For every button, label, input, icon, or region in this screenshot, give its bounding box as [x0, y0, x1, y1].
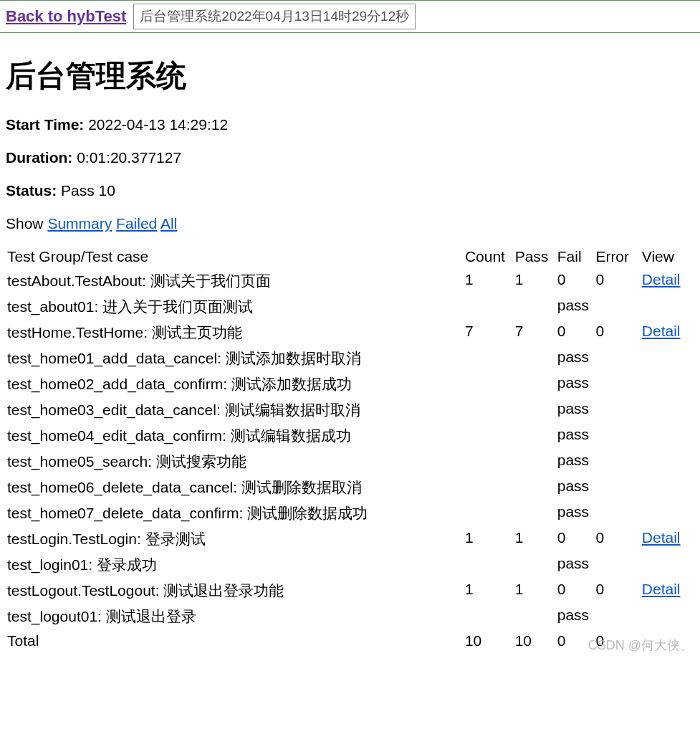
- cell-view: [641, 371, 694, 397]
- table-row: test_about01: 进入关于我们页面测试pass: [6, 294, 694, 320]
- cell-view: Detail: [641, 268, 694, 294]
- duration-label: Duration:: [6, 149, 72, 166]
- cell-pass: 1: [514, 268, 556, 294]
- table-row: test_home01_add_data_cancel: 测试添加数据时取消pa…: [6, 346, 694, 371]
- cell-view: [641, 397, 694, 423]
- cell-result: pass: [556, 500, 641, 526]
- col-header-name: Test Group/Test case: [6, 245, 464, 268]
- cell-pass: [514, 449, 556, 475]
- table-row: test_home05_search: 测试搜索功能pass: [6, 449, 694, 475]
- filter-all[interactable]: All: [160, 215, 177, 232]
- cell-view: [641, 475, 694, 500]
- cell-name: test_home06_delete_data_cancel: 测试删除数据取消: [6, 475, 464, 500]
- cell-view: Detail: [641, 578, 694, 604]
- cell-pass: 7: [514, 320, 556, 346]
- cell-pass: 1: [514, 526, 556, 552]
- detail-link[interactable]: Detail: [642, 271, 681, 287]
- watermark: CSDN @何大侠、: [588, 637, 693, 654]
- cell-result: pass: [556, 371, 641, 397]
- duration: Duration: 0:01:20.377127: [6, 149, 694, 166]
- cell-view: [641, 423, 694, 449]
- cell-count: [464, 294, 514, 320]
- status: Status: Pass 10: [6, 182, 694, 199]
- cell-pass: [514, 552, 556, 578]
- cell-count: [464, 397, 514, 423]
- cell-result: pass: [556, 423, 641, 449]
- cell-result: pass: [556, 294, 641, 320]
- cell-pass: 1: [514, 578, 556, 604]
- cell-view: Detail: [641, 526, 694, 552]
- cell-error: 0: [594, 578, 640, 604]
- cell-result: pass: [556, 346, 641, 371]
- detail-link[interactable]: Detail: [642, 323, 681, 339]
- cell-result: pass: [556, 552, 641, 578]
- table-row: test_home04_edit_data_confirm: 测试编辑数据成功p…: [6, 423, 694, 449]
- cell-name: test_logout01: 测试退出登录: [6, 604, 464, 629]
- header-title-box: 后台管理系统2022年04月13日14时29分12秒: [133, 4, 416, 29]
- cell-name: testHome.TestHome: 测试主页功能: [6, 320, 464, 346]
- cell-fail: 0: [556, 268, 595, 294]
- table-row: test_home03_edit_data_cancel: 测试编辑数据时取消p…: [6, 397, 694, 423]
- cell-error: 0: [594, 320, 640, 346]
- filter-bar: Show Summary Failed All: [6, 215, 694, 232]
- cell-name: testLogin.TestLogin: 登录测试: [6, 526, 464, 552]
- cell-fail: 0: [556, 320, 595, 346]
- table-header-row: Test Group/Test caseCountPassFailErrorVi…: [6, 245, 694, 268]
- cell-name: test_about01: 进入关于我们页面测试: [6, 294, 464, 320]
- cell-pass: [514, 475, 556, 500]
- cell-view: [641, 604, 694, 629]
- duration-value: 0:01:20.377127: [77, 149, 181, 166]
- cell-count: [464, 475, 514, 500]
- filter-summary[interactable]: Summary: [47, 215, 112, 232]
- cell-count: [464, 371, 514, 397]
- table-row: test_login01: 登录成功pass: [6, 552, 694, 578]
- cell-view: [641, 552, 694, 578]
- start-time-value: 2022-04-13 14:29:12: [88, 116, 228, 133]
- cell-fail: 0: [556, 526, 595, 552]
- cell-result: pass: [556, 449, 641, 475]
- cell-error: 0: [594, 526, 640, 552]
- results-table: Test Group/Test caseCountPassFailErrorVi…: [6, 245, 694, 652]
- table-row: test_home02_add_data_confirm: 测试添加数据成功pa…: [6, 371, 694, 397]
- detail-link[interactable]: Detail: [642, 581, 681, 597]
- start-time: Start Time: 2022-04-13 14:29:12: [6, 116, 694, 133]
- cell-pass: [514, 346, 556, 371]
- table-row: testAbout.TestAbout: 测试关于我们页面1100Detail: [6, 268, 694, 294]
- cell-name: test_home03_edit_data_cancel: 测试编辑数据时取消: [6, 397, 464, 423]
- cell-count: [464, 449, 514, 475]
- cell-name: Total: [6, 629, 464, 652]
- cell-count: [464, 423, 514, 449]
- cell-count: [464, 346, 514, 371]
- cell-count: 1: [464, 268, 514, 294]
- table-row: testLogout.TestLogout: 测试退出登录功能1100Detai…: [6, 578, 694, 604]
- cell-result: pass: [556, 397, 641, 423]
- filter-failed[interactable]: Failed: [116, 215, 157, 232]
- cell-name: test_home02_add_data_confirm: 测试添加数据成功: [6, 371, 464, 397]
- cell-name: test_login01: 登录成功: [6, 552, 464, 578]
- cell-pass: [514, 397, 556, 423]
- page-title: 后台管理系统: [6, 56, 694, 96]
- table-row: testLogin.TestLogin: 登录测试1100Detail: [6, 526, 694, 552]
- cell-name: testLogout.TestLogout: 测试退出登录功能: [6, 578, 464, 604]
- cell-view: [641, 294, 694, 320]
- col-header-count: Count: [464, 245, 514, 268]
- cell-count: 7: [464, 320, 514, 346]
- cell-fail: 0: [556, 578, 595, 604]
- cell-error: 0: [594, 268, 640, 294]
- cell-count: 1: [464, 578, 514, 604]
- detail-link[interactable]: Detail: [642, 529, 681, 546]
- back-link[interactable]: Back to hybTest: [6, 7, 126, 26]
- col-header-fail: Fail: [556, 245, 595, 268]
- status-value: Pass 10: [61, 182, 115, 199]
- table-row: test_home06_delete_data_cancel: 测试删除数据取消…: [6, 475, 694, 500]
- cell-result: pass: [556, 604, 641, 629]
- cell-name: test_home04_edit_data_confirm: 测试编辑数据成功: [6, 423, 464, 449]
- show-label: Show: [6, 215, 44, 232]
- cell-pass: [514, 371, 556, 397]
- cell-view: Detail: [641, 320, 694, 346]
- cell-count: 1: [464, 526, 514, 552]
- col-header-pass: Pass: [514, 245, 556, 268]
- header-bar: Back to hybTest 后台管理系统2022年04月13日14时29分1…: [0, 0, 700, 33]
- cell-view: [641, 449, 694, 475]
- cell-name: test_home01_add_data_cancel: 测试添加数据时取消: [6, 346, 464, 371]
